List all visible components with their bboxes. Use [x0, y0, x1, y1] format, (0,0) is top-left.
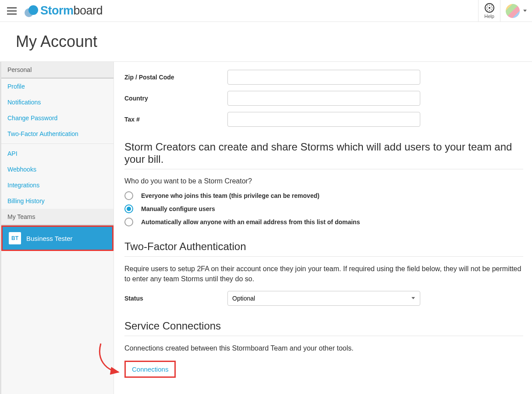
creators-question: Who do you want to be a Storm Creator?	[124, 177, 521, 185]
radio-manual[interactable]	[124, 204, 133, 213]
chevron-down-icon	[523, 10, 527, 12]
tfa-status-label: Status	[124, 295, 227, 302]
user-menu[interactable]	[500, 0, 532, 21]
tfa-body: Require users to setup 2FA on their acco…	[124, 264, 521, 284]
help-label: Help	[484, 14, 494, 19]
connections-button[interactable]: Connections	[124, 361, 176, 378]
sidebar-item-change-password[interactable]: Change Password	[1, 110, 113, 126]
content: Zip / Postal Code Country Tax # Storm Cr…	[114, 62, 532, 394]
sidebar-team-business-tester[interactable]: BT Business Tester	[1, 226, 113, 251]
help-icon	[485, 3, 494, 13]
team-badge: BT	[9, 232, 21, 244]
logo[interactable]: Stormboard	[24, 4, 103, 18]
country-input[interactable]	[227, 91, 420, 106]
logo-icon	[24, 4, 39, 18]
radio-domains[interactable]	[124, 218, 133, 226]
sidebar-item-webhooks[interactable]: Webhooks	[1, 161, 113, 177]
sidebar-section-myteams: My Teams	[1, 209, 113, 226]
sidebar-item-api[interactable]: API	[1, 146, 113, 161]
divider	[1, 143, 113, 144]
avatar	[506, 4, 520, 18]
topbar: Stormboard Help	[0, 0, 532, 22]
radio-everyone[interactable]	[124, 191, 133, 200]
tax-input[interactable]	[227, 112, 420, 127]
help-button[interactable]: Help	[478, 0, 500, 21]
creators-heading: Storm Creators can create and share Stor…	[124, 141, 521, 165]
svg-point-1	[28, 5, 38, 15]
sidebar-section-personal: Personal	[1, 62, 113, 79]
radio-everyone-label: Everyone who joins this team (this privi…	[141, 192, 319, 199]
page-title: My Account	[16, 32, 516, 51]
tax-label: Tax #	[124, 116, 227, 123]
svg-point-2	[489, 7, 490, 9]
sidebar-item-2fa[interactable]: Two-Factor Authentication	[1, 126, 113, 142]
zip-input[interactable]	[227, 70, 420, 85]
country-label: Country	[124, 95, 227, 102]
sidebar-item-profile[interactable]: Profile	[1, 79, 113, 94]
team-label: Business Tester	[26, 235, 73, 242]
connections-heading: Service Connections	[124, 320, 521, 332]
logo-text: Stormboard	[40, 4, 103, 18]
zip-label: Zip / Postal Code	[124, 74, 227, 81]
connections-body: Connections created between this Stormbo…	[124, 343, 521, 353]
tfa-status-select[interactable]: Optional	[227, 291, 420, 306]
sidebar-item-integrations[interactable]: Integrations	[1, 177, 113, 193]
sidebar-item-notifications[interactable]: Notifications	[1, 94, 113, 110]
menu-icon[interactable]	[7, 6, 17, 16]
page-title-bar: My Account	[0, 22, 532, 62]
sidebar-item-billing[interactable]: Billing History	[1, 193, 113, 209]
sidebar: Personal Profile Notifications Change Pa…	[0, 62, 114, 394]
tfa-heading: Two-Factor Authentication	[124, 240, 521, 253]
radio-manual-label: Manually configure users	[141, 205, 215, 212]
radio-domains-label: Automatically allow anyone with an email…	[141, 218, 360, 226]
